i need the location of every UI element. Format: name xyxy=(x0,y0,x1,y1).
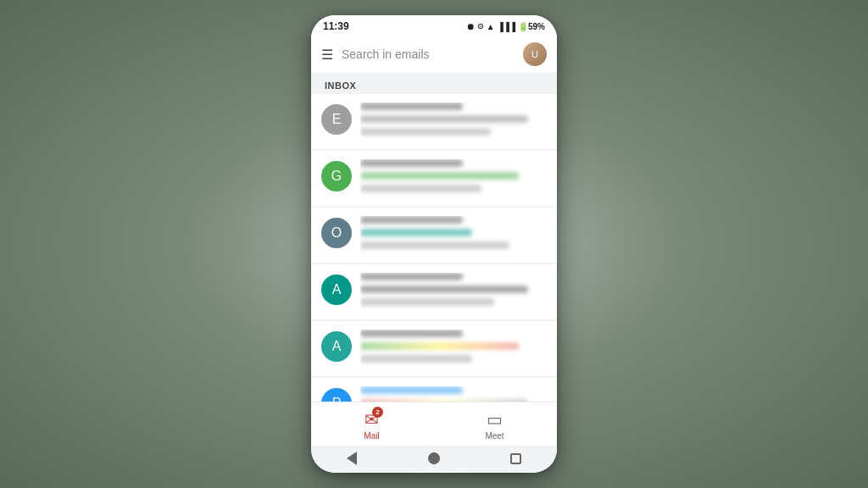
email-preview xyxy=(360,298,494,306)
phone-frame: 11:39 ⏺ ⊙ ▲ ▐▐▐ 🔋59% ☰ Search in emails … xyxy=(311,15,557,473)
status-bar: 11:39 ⏺ ⊙ ▲ ▐▐▐ 🔋59% xyxy=(311,15,557,36)
back-button[interactable] xyxy=(344,451,359,466)
status-icons: ⏺ ⊙ ▲ ▐▐▐ 🔋59% xyxy=(466,22,545,31)
email-preview xyxy=(360,355,472,363)
home-button[interactable] xyxy=(426,451,442,466)
sender-name xyxy=(360,159,463,167)
sender-name xyxy=(360,386,463,394)
email-content xyxy=(360,103,547,141)
nav-item-meet[interactable]: ▭ Meet xyxy=(485,409,504,441)
email-item[interactable]: A xyxy=(311,264,557,319)
email-item[interactable]: O xyxy=(311,208,557,263)
mail-badge: 2 xyxy=(372,407,383,418)
avatar[interactable]: U xyxy=(523,42,547,66)
email-subject xyxy=(360,286,528,293)
hamburger-icon[interactable]: ☰ xyxy=(321,47,333,63)
search-bar[interactable]: ☰ Search in emails U xyxy=(311,36,557,74)
email-item[interactable]: E xyxy=(311,94,557,149)
email-subject xyxy=(360,229,472,236)
search-input[interactable]: Search in emails xyxy=(342,47,515,61)
home-icon xyxy=(428,452,440,464)
email-subject xyxy=(360,342,519,350)
bottom-nav: ✉ 2 Mail ▭ Meet xyxy=(311,402,557,446)
email-content xyxy=(360,216,547,254)
sender-name xyxy=(360,216,463,224)
email-subject xyxy=(360,399,528,402)
meet-label: Meet xyxy=(485,431,504,441)
email-preview xyxy=(360,128,491,136)
email-content xyxy=(360,330,547,368)
email-list: E G O A xyxy=(311,94,557,402)
mail-label: Mail xyxy=(364,431,379,441)
back-icon xyxy=(347,452,357,465)
android-nav xyxy=(311,446,557,473)
sender-avatar-p: P xyxy=(321,388,352,402)
email-preview xyxy=(360,185,481,192)
sender-avatar-g: G xyxy=(321,161,352,191)
recent-icon xyxy=(510,453,521,464)
inbox-label: INBOX xyxy=(311,74,557,94)
email-content xyxy=(360,386,547,402)
circle-icon: ⊙ xyxy=(477,22,484,30)
email-content xyxy=(360,273,547,311)
sender-name xyxy=(360,103,463,110)
wifi-icon: ▲ xyxy=(487,22,495,31)
record-icon: ⏺ xyxy=(466,22,475,31)
email-preview xyxy=(360,241,509,249)
sender-avatar-a1: A xyxy=(321,274,352,305)
sender-avatar-o: O xyxy=(321,218,352,248)
signal-icon: ▐▐▐ xyxy=(498,22,515,31)
sender-avatar-a2: A xyxy=(321,331,352,362)
email-subject xyxy=(360,172,519,180)
mail-icon: ✉ 2 xyxy=(364,409,379,430)
battery-icon: 🔋59% xyxy=(518,22,545,31)
email-item[interactable]: G xyxy=(311,151,557,206)
email-item[interactable]: A xyxy=(311,321,557,376)
status-time: 11:39 xyxy=(323,20,349,32)
sender-avatar-e: E xyxy=(321,104,352,135)
meet-icon: ▭ xyxy=(487,409,503,430)
sender-name xyxy=(360,273,463,280)
nav-item-mail[interactable]: ✉ 2 Mail xyxy=(364,409,379,441)
email-item[interactable]: P xyxy=(311,378,557,402)
sender-name xyxy=(360,330,463,337)
email-subject xyxy=(360,115,528,123)
email-content xyxy=(360,159,547,197)
recent-button[interactable] xyxy=(509,451,524,466)
